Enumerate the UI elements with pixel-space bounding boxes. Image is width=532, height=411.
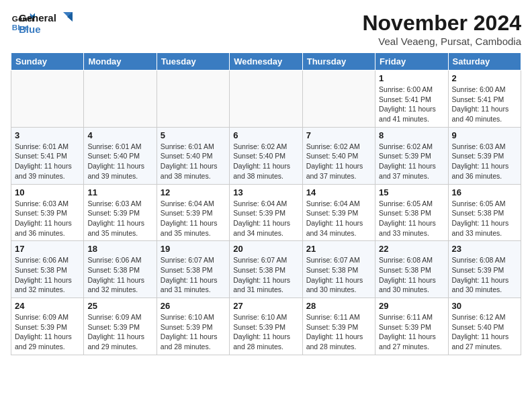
day-number: 22 [379, 244, 444, 254]
calendar-cell: 29Sunrise: 6:11 AM Sunset: 5:39 PM Dayli… [375, 298, 448, 355]
calendar-cell: 15Sunrise: 6:05 AM Sunset: 5:38 PM Dayli… [375, 184, 448, 241]
day-info: Sunrise: 6:01 AM Sunset: 5:40 PM Dayligh… [161, 142, 226, 181]
calendar-cell: 8Sunrise: 6:02 AM Sunset: 5:39 PM Daylig… [375, 127, 448, 184]
day-number: 8 [379, 130, 444, 140]
day-info: Sunrise: 6:10 AM Sunset: 5:39 PM Dayligh… [161, 312, 226, 352]
calendar-week-row: 24Sunrise: 6:09 AM Sunset: 5:39 PM Dayli… [11, 298, 521, 355]
day-number: 9 [452, 130, 517, 140]
calendar-cell: 9Sunrise: 6:03 AM Sunset: 5:39 PM Daylig… [448, 127, 521, 184]
calendar-cell: 13Sunrise: 6:04 AM Sunset: 5:39 PM Dayli… [230, 184, 302, 241]
title-area: November 2024 Veal Veaeng, Pursat, Cambo… [362, 11, 521, 47]
day-number: 19 [161, 244, 226, 254]
day-info: Sunrise: 6:02 AM Sunset: 5:40 PM Dayligh… [233, 142, 298, 181]
day-info: Sunrise: 6:05 AM Sunset: 5:38 PM Dayligh… [379, 199, 444, 238]
calendar-week-row: 3Sunrise: 6:01 AM Sunset: 5:41 PM Daylig… [11, 127, 521, 184]
day-info: Sunrise: 6:10 AM Sunset: 5:39 PM Dayligh… [233, 312, 298, 352]
day-info: Sunrise: 6:12 AM Sunset: 5:40 PM Dayligh… [452, 312, 517, 352]
calendar-cell: 6Sunrise: 6:02 AM Sunset: 5:40 PM Daylig… [230, 127, 302, 184]
day-number: 14 [306, 187, 371, 197]
day-number: 29 [379, 301, 444, 311]
calendar-cell: 12Sunrise: 6:04 AM Sunset: 5:39 PM Dayli… [157, 184, 229, 241]
weekday-header: Friday [375, 53, 448, 71]
day-number: 26 [161, 301, 226, 311]
weekday-header: Monday [84, 53, 157, 71]
day-number: 1 [379, 73, 444, 83]
day-info: Sunrise: 6:11 AM Sunset: 5:39 PM Dayligh… [379, 312, 444, 352]
calendar-cell: 11Sunrise: 6:03 AM Sunset: 5:39 PM Dayli… [84, 184, 157, 241]
calendar-cell: 7Sunrise: 6:02 AM Sunset: 5:40 PM Daylig… [302, 127, 375, 184]
day-number: 25 [87, 301, 152, 311]
day-number: 27 [233, 301, 298, 311]
calendar-week-row: 1Sunrise: 6:00 AM Sunset: 5:41 PM Daylig… [11, 71, 521, 128]
calendar-week-row: 17Sunrise: 6:06 AM Sunset: 5:38 PM Dayli… [11, 241, 521, 298]
day-info: Sunrise: 6:09 AM Sunset: 5:39 PM Dayligh… [15, 312, 80, 352]
day-info: Sunrise: 6:00 AM Sunset: 5:41 PM Dayligh… [452, 85, 517, 124]
calendar-cell: 14Sunrise: 6:04 AM Sunset: 5:39 PM Dayli… [302, 184, 375, 241]
calendar-week-row: 10Sunrise: 6:03 AM Sunset: 5:39 PM Dayli… [11, 184, 521, 241]
day-info: Sunrise: 6:04 AM Sunset: 5:39 PM Dayligh… [161, 199, 226, 238]
day-info: Sunrise: 6:04 AM Sunset: 5:39 PM Dayligh… [233, 199, 298, 238]
day-info: Sunrise: 6:07 AM Sunset: 5:38 PM Dayligh… [233, 255, 298, 295]
weekday-header: Sunday [11, 53, 84, 71]
calendar-cell: 5Sunrise: 6:01 AM Sunset: 5:40 PM Daylig… [157, 127, 229, 184]
weekday-header: Saturday [448, 53, 521, 71]
day-number: 20 [233, 244, 298, 254]
day-number: 24 [15, 301, 80, 311]
calendar-cell: 21Sunrise: 6:07 AM Sunset: 5:38 PM Dayli… [302, 241, 375, 298]
calendar-cell: 26Sunrise: 6:10 AM Sunset: 5:39 PM Dayli… [157, 298, 229, 355]
day-number: 3 [15, 130, 80, 140]
day-info: Sunrise: 6:03 AM Sunset: 5:39 PM Dayligh… [452, 142, 517, 181]
calendar-cell: 16Sunrise: 6:05 AM Sunset: 5:38 PM Dayli… [448, 184, 521, 241]
day-number: 21 [306, 244, 371, 254]
weekday-header: Wednesday [230, 53, 302, 71]
day-info: Sunrise: 6:00 AM Sunset: 5:41 PM Dayligh… [379, 85, 444, 124]
day-number: 16 [452, 187, 517, 197]
day-info: Sunrise: 6:11 AM Sunset: 5:39 PM Dayligh… [306, 312, 371, 352]
day-info: Sunrise: 6:07 AM Sunset: 5:38 PM Dayligh… [161, 255, 226, 295]
calendar-cell: 10Sunrise: 6:03 AM Sunset: 5:39 PM Dayli… [11, 184, 84, 241]
day-number: 6 [233, 130, 298, 140]
calendar-cell: 17Sunrise: 6:06 AM Sunset: 5:38 PM Dayli… [11, 241, 84, 298]
header: General Blue General Blue General Blue N… [11, 11, 521, 47]
calendar-cell: 28Sunrise: 6:11 AM Sunset: 5:39 PM Dayli… [302, 298, 375, 355]
calendar-cell [302, 71, 375, 128]
day-info: Sunrise: 6:02 AM Sunset: 5:40 PM Dayligh… [306, 142, 371, 181]
day-info: Sunrise: 6:06 AM Sunset: 5:38 PM Dayligh… [15, 255, 80, 295]
day-number: 10 [15, 187, 80, 197]
calendar-cell: 3Sunrise: 6:01 AM Sunset: 5:41 PM Daylig… [11, 127, 84, 184]
day-number: 12 [161, 187, 226, 197]
logo: General Blue General Blue General Blue [11, 11, 73, 36]
day-info: Sunrise: 6:09 AM Sunset: 5:39 PM Dayligh… [87, 312, 152, 352]
page-subtitle: Veal Veaeng, Pursat, Cambodia [362, 36, 521, 47]
day-number: 28 [306, 301, 371, 311]
day-number: 15 [379, 187, 444, 197]
calendar-cell: 23Sunrise: 6:08 AM Sunset: 5:39 PM Dayli… [448, 241, 521, 298]
day-number: 18 [87, 244, 152, 254]
day-info: Sunrise: 6:02 AM Sunset: 5:39 PM Dayligh… [379, 142, 444, 181]
weekday-header: Thursday [302, 53, 375, 71]
calendar-cell: 1Sunrise: 6:00 AM Sunset: 5:41 PM Daylig… [375, 71, 448, 128]
calendar-cell [157, 71, 229, 128]
day-info: Sunrise: 6:01 AM Sunset: 5:40 PM Dayligh… [87, 142, 152, 181]
calendar-cell: 27Sunrise: 6:10 AM Sunset: 5:39 PM Dayli… [230, 298, 302, 355]
day-info: Sunrise: 6:03 AM Sunset: 5:39 PM Dayligh… [87, 199, 152, 238]
day-info: Sunrise: 6:01 AM Sunset: 5:41 PM Dayligh… [15, 142, 80, 181]
day-info: Sunrise: 6:03 AM Sunset: 5:39 PM Dayligh… [15, 199, 80, 238]
day-number: 17 [15, 244, 80, 254]
calendar-cell: 30Sunrise: 6:12 AM Sunset: 5:40 PM Dayli… [448, 298, 521, 355]
calendar-cell: 20Sunrise: 6:07 AM Sunset: 5:38 PM Dayli… [230, 241, 302, 298]
calendar-cell: 19Sunrise: 6:07 AM Sunset: 5:38 PM Dayli… [157, 241, 229, 298]
day-number: 30 [452, 301, 517, 311]
calendar-cell: 2Sunrise: 6:00 AM Sunset: 5:41 PM Daylig… [448, 71, 521, 128]
day-number: 2 [452, 73, 517, 83]
day-number: 23 [452, 244, 517, 254]
calendar-cell: 25Sunrise: 6:09 AM Sunset: 5:39 PM Dayli… [84, 298, 157, 355]
day-number: 7 [306, 130, 371, 140]
calendar-cell [11, 71, 84, 128]
day-number: 5 [161, 130, 226, 140]
day-number: 13 [233, 187, 298, 197]
day-info: Sunrise: 6:05 AM Sunset: 5:38 PM Dayligh… [452, 199, 517, 238]
calendar-cell [84, 71, 157, 128]
calendar-cell: 22Sunrise: 6:08 AM Sunset: 5:38 PM Dayli… [375, 241, 448, 298]
calendar-cell: 4Sunrise: 6:01 AM Sunset: 5:40 PM Daylig… [84, 127, 157, 184]
